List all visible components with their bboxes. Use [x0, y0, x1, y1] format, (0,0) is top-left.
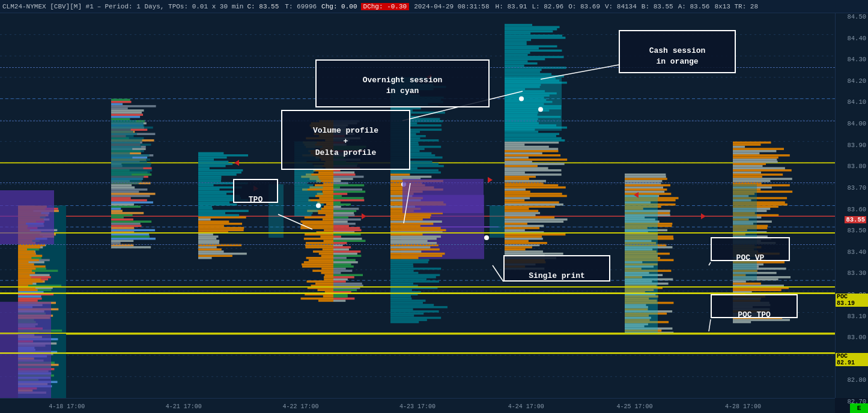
poc-line-2: [0, 286, 835, 288]
time-label-421: 4-21 17:00: [166, 403, 202, 410]
time-label-418: 4-18 17:00: [49, 403, 85, 410]
price-axis: .pa-label { position: absolute; right: 3…: [835, 13, 868, 398]
poc-line-1: [0, 232, 835, 234]
price-tick-83.70: 83.70: [847, 184, 866, 191]
price-tick-83.50: 83.50: [847, 227, 866, 234]
price-tick-83.40: 83.40: [847, 249, 866, 256]
poc-label-83.19: POC 83.19: [836, 294, 868, 307]
price-tick-83.30: 83.30: [847, 270, 866, 277]
overnight-session-annotation: Overnight session in cyan: [315, 59, 490, 107]
o-label: O: 83.69: [568, 3, 600, 10]
l-label: L: 82.96: [532, 3, 563, 10]
e-badge: E: [850, 403, 868, 413]
price-tick-84.30: 84.30: [847, 56, 866, 63]
price-t: T: 69996: [285, 3, 317, 10]
chg-label: Chg: 0.00: [321, 3, 357, 10]
time-label-425: 4-25 17:00: [616, 403, 652, 410]
tr-label: 8x13 TR: 28: [714, 3, 758, 10]
current-price-label: 83.55: [845, 216, 866, 223]
dashed-line-4: [0, 244, 835, 245]
tpo-annotation: TPO: [233, 179, 278, 203]
poc-tpo-annotation: POC TPO: [711, 294, 798, 318]
price-tick-84.20: 84.20: [847, 77, 866, 85]
datetime-label: 2024-04-29 08:31:58: [414, 3, 489, 10]
price-tick-84.40: 84.40: [847, 35, 866, 42]
price-tick-83.90: 83.90: [847, 142, 866, 149]
dchg-label: DChg: -0.30: [361, 3, 410, 10]
price-tick-82.80: 82.80: [847, 376, 866, 384]
time-label-428: 4-28 17:00: [725, 403, 761, 410]
price-tick-84.10: 84.10: [847, 98, 866, 106]
symbol-label: CLM24-NYMEX [CBV][M] #1: [2, 3, 94, 10]
volume-delta-annotation: Volume profile + Delta profile: [281, 110, 410, 170]
price-tick-84.50: 84.50: [847, 13, 866, 20]
poc-vp-annotation: POC VP: [711, 237, 790, 261]
price-tick-83.10: 83.10: [847, 313, 866, 320]
time-label-424: 4-24 17:00: [508, 403, 544, 410]
dashed-line-2: [0, 121, 835, 121]
h-label: H: 83.91: [496, 3, 527, 10]
b-label: B: 83.55: [642, 3, 673, 10]
price-tick-83.80: 83.80: [847, 163, 866, 170]
period-label: Period: 1 Days, TPOs: 0.01 x 30 min: [105, 3, 243, 10]
price-tick-83.00: 83.00: [847, 334, 866, 341]
price-c: C: 83.55: [247, 3, 279, 10]
purple-block-left: [0, 190, 54, 244]
poc-line-3: [0, 333, 835, 334]
a-label: A: 83.56: [678, 3, 710, 10]
poc-label-82.91: POC 82.91: [836, 353, 868, 366]
v-label: V: 84134: [605, 3, 637, 10]
price-tick-84.00: 84.00: [847, 120, 866, 127]
price-tick-83.60: 83.60: [847, 206, 866, 213]
single-print-annotation: Single print: [503, 255, 610, 282]
chart-header: CLM24-NYMEX [CBV][M] #1 – Period: 1 Days…: [0, 0, 868, 13]
time-label-422: 4-22 17:00: [282, 403, 318, 410]
cash-session-annotation: Cash session in orange: [619, 30, 736, 73]
time-label-423: 4-23 17:00: [399, 403, 436, 410]
purple-block-mid: [402, 179, 484, 214]
time-axis: 4-18 17:00 4-21 17:00 4-22 17:00 4-23 17…: [0, 398, 835, 413]
